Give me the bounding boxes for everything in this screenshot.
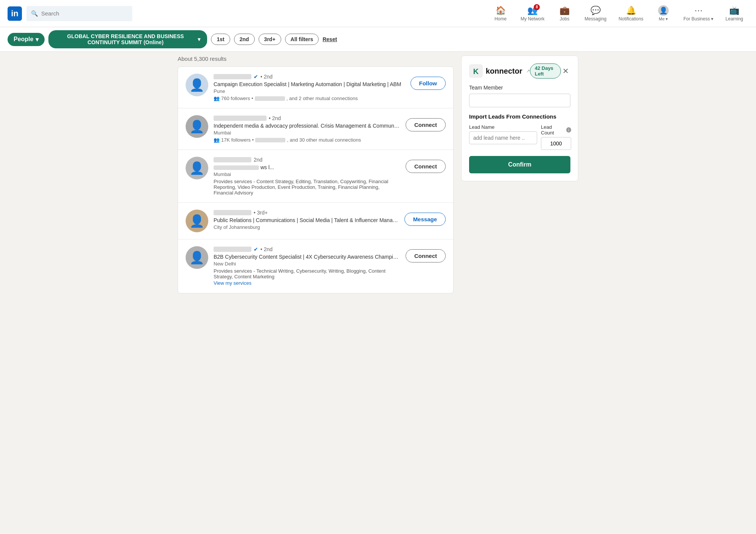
result-services: Provides services - Technical Writing, C…	[214, 268, 400, 279]
result-info: • 3rd+ Public Relations | Communications…	[214, 210, 399, 232]
result-info: • 2nd Independent media & advocacy profe…	[214, 115, 400, 143]
degree-badge: • 2nd	[269, 115, 281, 121]
people-filter-button[interactable]: People ▾	[8, 33, 45, 46]
nav-label-home: Home	[494, 16, 507, 22]
search-bar[interactable]: 🔍	[26, 6, 132, 21]
result-title: B2B Cybersecurity Content Specialist | 4…	[214, 254, 400, 260]
jobs-icon: 💼	[559, 6, 570, 15]
result-location: City of Johannesburg	[214, 224, 399, 230]
my-network-badge: 8	[534, 4, 540, 10]
verified-icon: ✔	[254, 246, 258, 252]
external-link-icon: ↗	[526, 68, 530, 74]
linkedin-logo[interactable]: in	[8, 6, 22, 21]
table-row: 👤 ✔ • 2nd Campaign Execution Specialist …	[178, 67, 453, 108]
filter-chip-3rd[interactable]: 3rd+	[259, 34, 281, 45]
lead-name-group: Lead Name	[469, 124, 537, 144]
close-panel-button[interactable]: ✕	[561, 66, 570, 76]
messaging-icon: 💬	[590, 6, 601, 15]
result-name-line: ✔ • 2nd	[214, 74, 405, 80]
table-row: 👤 2nd ws l... Mumbai Provides services -…	[178, 150, 453, 203]
mutual-text: , and 30 other mutual connections	[287, 137, 361, 143]
follow-button[interactable]: Follow	[411, 77, 446, 90]
main-content: About 5,300 results 👤 ✔ • 2nd Campaign E…	[170, 52, 586, 299]
confirm-button[interactable]: Confirm	[469, 156, 570, 173]
result-location: New Delhi	[214, 261, 400, 267]
result-title: ws l...	[214, 164, 400, 170]
avatar: 👤	[658, 5, 669, 16]
nav-item-learning[interactable]: 📺 Learning	[720, 3, 748, 24]
nav-label-notifications: Notifications	[619, 16, 643, 22]
nav-label-messaging: Messaging	[585, 16, 607, 22]
result-location: Mumbai	[214, 171, 400, 177]
result-name-blurred	[214, 247, 251, 252]
navbar: in 🔍 🏠 Home 👥 8 My Network 💼 Jobs 💬 Mess…	[0, 0, 756, 27]
nav-item-my-network[interactable]: 👥 8 My Network	[515, 3, 550, 24]
filter-chip-2nd[interactable]: 2nd	[234, 34, 255, 45]
connections-icon: 👥	[214, 96, 220, 101]
connections-text: 760 followers •	[221, 96, 253, 101]
message-button[interactable]: Message	[404, 213, 446, 226]
degree-badge: 2nd	[254, 157, 262, 163]
lead-fields: Lead Name Lead Count i	[469, 124, 570, 150]
konnector-logo-icon: K	[469, 64, 483, 78]
filter-chip-all-filters[interactable]: All filters	[285, 34, 319, 45]
degree-badge: • 2nd	[260, 74, 273, 80]
result-name-line: ✔ • 2nd	[214, 246, 400, 252]
filter-chip-1st[interactable]: 1st	[211, 34, 230, 45]
avatar: 👤	[186, 210, 208, 232]
result-info: 2nd ws l... Mumbai Provides services - C…	[214, 157, 400, 196]
keyword-filter-label: GLOBAL CYBER RESILIENCE AND BUSINESS CON…	[55, 33, 195, 45]
result-info: ✔ • 2nd B2B Cybersecurity Content Specia…	[214, 246, 400, 286]
nav-label-learning: Learning	[725, 16, 743, 22]
connections-text: 17K followers •	[221, 137, 254, 143]
konnector-brand: K konnector ↗	[469, 64, 530, 78]
konnector-header: K konnector ↗ 42 Days Left ✕	[469, 63, 570, 79]
nav-item-jobs[interactable]: 💼 Jobs	[552, 3, 578, 24]
avatar: 👤	[186, 74, 208, 96]
nav-label-profile: Me ▾	[659, 17, 668, 22]
mutual-text: , and 2 other mutual connections	[287, 96, 358, 101]
filter-bar: People ▾ GLOBAL CYBER RESILIENCE AND BUS…	[0, 27, 756, 52]
learning-icon: 📺	[729, 6, 739, 15]
lead-count-info-icon: i	[566, 127, 571, 133]
table-row: 👤 • 3rd+ Public Relations | Communicatio…	[178, 203, 453, 239]
result-name-blurred	[214, 210, 251, 215]
lead-name-label: Lead Name	[469, 124, 537, 130]
lead-count-input[interactable]	[541, 137, 571, 150]
svg-text:K: K	[473, 67, 479, 76]
connect-button[interactable]: Connect	[406, 118, 446, 131]
view-services-link[interactable]: View my services	[214, 280, 251, 286]
chevron-down-icon: ▾	[36, 36, 39, 43]
keyword-filter-button[interactable]: GLOBAL CYBER RESILIENCE AND BUSINESS CON…	[48, 30, 207, 48]
table-row: 👤 ✔ • 2nd B2B Cybersecurity Content Spec…	[178, 239, 453, 293]
result-location: Mumbai	[214, 130, 400, 136]
avatar: 👤	[186, 246, 208, 269]
result-title: Independent media & advocacy professiona…	[214, 123, 400, 129]
nav-item-home[interactable]: 🏠 Home	[487, 3, 514, 24]
team-member-input[interactable]	[469, 94, 570, 107]
result-name-blurred	[214, 74, 251, 79]
title-blurred	[214, 165, 259, 170]
results-area: About 5,300 results 👤 ✔ • 2nd Campaign E…	[178, 56, 454, 293]
result-location: Pune	[214, 88, 405, 94]
result-info: ✔ • 2nd Campaign Execution Specialist | …	[214, 74, 405, 101]
nav-item-profile[interactable]: 👤 Me ▾	[650, 3, 677, 24]
connect-button[interactable]: Connect	[406, 249, 446, 262]
result-connections: 👥 760 followers • , and 2 other mutual c…	[214, 96, 405, 101]
search-input[interactable]	[41, 10, 128, 17]
lead-name-input[interactable]	[469, 131, 537, 144]
nav-item-notifications[interactable]: 🔔 Notifications	[613, 3, 649, 24]
people-filter-label: People	[14, 36, 33, 43]
nav-item-for-business[interactable]: ⋯ For Business ▾	[678, 3, 719, 24]
home-icon: 🏠	[496, 6, 506, 15]
nav-label-jobs: Jobs	[560, 16, 569, 22]
results-list: 👤 ✔ • 2nd Campaign Execution Specialist …	[178, 66, 454, 293]
reset-filter-button[interactable]: Reset	[322, 36, 337, 42]
nav-item-messaging[interactable]: 💬 Messaging	[579, 3, 612, 24]
nav-items: 🏠 Home 👥 8 My Network 💼 Jobs 💬 Messaging…	[487, 3, 748, 24]
result-name-blurred	[214, 116, 266, 121]
for-business-icon: ⋯	[694, 6, 703, 15]
konnector-panel: K konnector ↗ 42 Days Left ✕ Team Member…	[461, 56, 578, 181]
result-name-line: • 3rd+	[214, 210, 399, 216]
connect-button[interactable]: Connect	[406, 160, 446, 173]
